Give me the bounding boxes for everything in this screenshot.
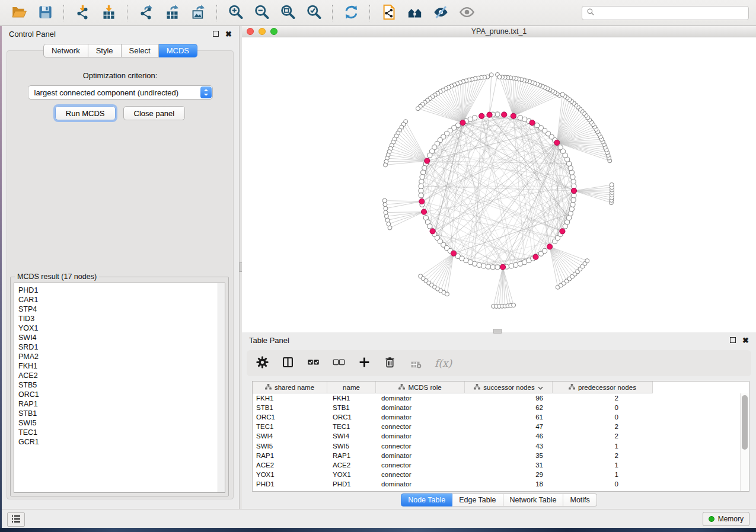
new-network-from-selection-button[interactable] [377, 3, 400, 23]
tab-node-table[interactable]: Node Table [401, 493, 452, 507]
tab-select[interactable]: Select [122, 44, 159, 57]
tab-motifs[interactable]: Motifs [563, 493, 596, 507]
table-cell: ORC1 [327, 414, 376, 421]
toolbar-group [224, 3, 326, 23]
table-row[interactable]: RAP1RAP1dominator352 [253, 451, 749, 460]
window-minimize-icon[interactable] [259, 28, 266, 35]
search-box[interactable] [582, 6, 749, 20]
horizontal-splitter-handle[interactable] [493, 329, 502, 334]
show-all-button[interactable] [455, 3, 479, 23]
find-neighbors-button[interactable] [403, 3, 426, 23]
table-cell: dominator [376, 395, 465, 402]
close-panel-icon[interactable]: ✖ [225, 30, 232, 38]
table-row[interactable]: TEC1TEC1connector472 [253, 422, 749, 431]
table-cell: connector [376, 423, 465, 430]
node-table-body: FKH1FKH1dominator962STB1STB1dominator620… [253, 393, 749, 489]
add-row-button[interactable] [358, 356, 371, 370]
zoom-selected-icon [306, 4, 322, 22]
mcds-result-item[interactable]: SWI4 [18, 333, 216, 342]
import-table-button[interactable] [97, 3, 120, 23]
export-table-button[interactable] [160, 3, 184, 23]
table-settings-button[interactable] [256, 356, 269, 370]
table-scrollbar-thumb[interactable] [742, 395, 748, 450]
table-row[interactable]: YOX1YOX1connector291 [253, 470, 749, 479]
mcds-result-item[interactable]: GCR1 [18, 437, 216, 447]
mcds-list-scrollbar[interactable] [218, 283, 225, 492]
run-mcds-button[interactable]: Run MCDS [55, 106, 116, 120]
mcds-result-item[interactable]: CAR1 [18, 295, 216, 305]
table-cell: 96 [465, 395, 553, 402]
window-zoom-icon[interactable] [270, 28, 277, 35]
zoom-fit-content-button[interactable] [276, 3, 299, 23]
table-row[interactable]: SWI5SWI5connector431 [253, 441, 749, 450]
column-header-successor-nodes[interactable]: successor nodes [465, 382, 553, 393]
tab-network-table[interactable]: Network Table [503, 493, 564, 507]
mcds-result-item[interactable]: TEC1 [18, 428, 216, 437]
table-row[interactable]: STB1STB1dominator620 [253, 403, 749, 412]
mcds-result-list[interactable]: PHD1CAR1STP4TID3YOX1SWI4SRD1PMA2FKH1ACE2… [14, 283, 225, 493]
mcds-result-item[interactable]: FKH1 [18, 361, 216, 371]
table-row[interactable]: ORC1ORC1dominator610 [253, 412, 749, 422]
network-canvas[interactable] [242, 37, 756, 332]
table-cell: dominator [376, 432, 465, 440]
hide-selected-button[interactable] [429, 3, 452, 23]
select-all-rows-button[interactable] [307, 356, 320, 370]
close-table-panel-icon[interactable]: ✖ [742, 336, 749, 344]
open-file-button[interactable] [7, 3, 31, 23]
deselect-all-rows-button[interactable] [333, 356, 345, 370]
mcds-result-item[interactable]: YOX1 [18, 323, 216, 333]
table-row[interactable]: SWI4SWI4dominator462 [253, 431, 749, 441]
table-scrollbar[interactable] [740, 393, 749, 491]
table-cell: SWI4 [253, 432, 327, 440]
import-network-button[interactable] [71, 3, 94, 23]
tab-network[interactable]: Network [43, 44, 88, 57]
column-header-name[interactable]: name [327, 382, 376, 393]
save-session-icon [37, 4, 53, 22]
close-panel-button[interactable]: Close panel [123, 106, 186, 120]
table-panel-tabs: Node TableEdge TableNetwork TableMotifs [242, 493, 756, 507]
tab-mcds[interactable]: MCDS [159, 44, 197, 57]
table-row[interactable]: FKH1FKH1dominator962 [253, 393, 749, 403]
tab-style[interactable]: Style [88, 44, 122, 57]
network-window-titlebar[interactable]: YPA_prune.txt_1 [242, 26, 756, 37]
column-header-shared-name[interactable]: shared name [253, 382, 327, 393]
mcds-result-item[interactable]: SWI5 [18, 418, 216, 428]
optimization-criterion-select[interactable]: largest connected component (undirected) [28, 85, 213, 100]
float-panel-icon[interactable] [213, 31, 219, 37]
mcds-result-item[interactable]: STP4 [18, 305, 216, 314]
task-history-button[interactable] [7, 512, 25, 527]
column-header-MCDS-role[interactable]: MCDS role [376, 382, 465, 393]
mcds-result-item[interactable]: STB1 [18, 409, 216, 418]
export-image-icon [190, 4, 206, 22]
mcds-result-item[interactable]: SRD1 [18, 342, 216, 352]
window-close-icon[interactable] [247, 28, 254, 35]
table-cell: 62 [465, 404, 553, 411]
mcds-result-item[interactable]: PMA2 [18, 352, 216, 361]
table-cell: connector [376, 443, 465, 450]
export-network-button[interactable] [134, 3, 158, 23]
zoom-in-button[interactable] [224, 3, 247, 23]
float-table-panel-icon[interactable] [730, 337, 736, 343]
tab-edge-table[interactable]: Edge Table [452, 493, 503, 507]
mcds-result-item[interactable]: ACE2 [18, 371, 216, 380]
table-row[interactable]: ACE2ACE2connector311 [253, 460, 749, 470]
table-cell: YOX1 [327, 471, 376, 478]
mcds-result-item[interactable]: STB5 [18, 380, 216, 390]
mcds-result-item[interactable]: RAP1 [18, 399, 216, 409]
export-image-button[interactable] [186, 3, 210, 23]
zoom-selected-button[interactable] [302, 3, 326, 23]
table-cell: dominator [376, 414, 465, 421]
apply-layout-button[interactable] [339, 3, 363, 23]
search-input[interactable] [598, 8, 744, 18]
memory-button[interactable]: Memory [703, 512, 749, 526]
mcds-result-item[interactable]: TID3 [18, 314, 216, 323]
column-header-predecessor-nodes[interactable]: predecessor nodes [553, 382, 653, 393]
column-label: name [343, 384, 360, 391]
show-columns-button[interactable] [282, 356, 294, 370]
mcds-result-item[interactable]: ORC1 [18, 390, 216, 399]
table-row[interactable]: PHD1PHD1dominator180 [253, 479, 749, 489]
mcds-result-item[interactable]: PHD1 [18, 286, 216, 295]
zoom-out-button[interactable] [250, 3, 273, 23]
save-session-button[interactable] [33, 3, 57, 23]
delete-rows-button[interactable] [384, 356, 396, 370]
